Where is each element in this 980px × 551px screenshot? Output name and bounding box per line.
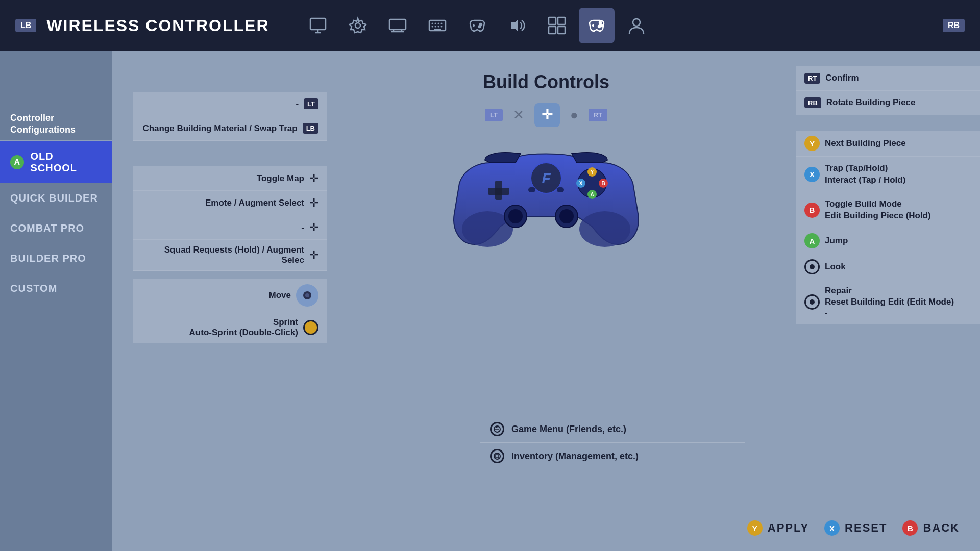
- control-row-lt-dash[interactable]: - LT: [133, 92, 327, 116]
- dpad-dash-label: -: [301, 222, 304, 233]
- a-icon-jump: A: [804, 233, 820, 248]
- nav-volume-icon[interactable]: [499, 8, 535, 43]
- svg-marker-22: [511, 19, 518, 32]
- sidebar-item-builder-pro[interactable]: BUILDER PRO: [0, 243, 112, 273]
- b-icon-back: B: [902, 520, 918, 536]
- sidebar-item-quick-builder[interactable]: QUICK BUILDER: [0, 183, 112, 213]
- right-row-rotate[interactable]: RB Rotate Building Piece: [796, 91, 980, 115]
- game-menu-row[interactable]: Game Menu (Friends, etc.): [480, 416, 745, 443]
- nav-keyboard-icon[interactable]: [420, 8, 455, 43]
- svg-text:A: A: [590, 192, 594, 197]
- left-stick-press-icon: [303, 320, 318, 335]
- main-content: ControllerConfigurations A OLD SCHOOL QU…: [0, 51, 980, 551]
- back-button[interactable]: B BACK: [902, 520, 960, 536]
- svg-rect-56: [557, 187, 564, 192]
- rs-press-icon-repair: [804, 294, 820, 310]
- dpad-right-icon: ✛: [309, 196, 318, 210]
- rotate-label: Rotate Building Piece: [826, 97, 916, 108]
- svg-point-21: [479, 26, 481, 28]
- jump-label: Jump: [825, 235, 848, 246]
- next-piece-label: Next Building Piece: [825, 138, 906, 149]
- rt-top-btn: RT: [589, 109, 607, 121]
- nav-network-icon[interactable]: [539, 8, 575, 43]
- right-row-jump[interactable]: A Jump: [796, 228, 980, 254]
- nav-monitor-icon[interactable]: [300, 8, 336, 43]
- nav-display-icon[interactable]: [380, 8, 415, 43]
- y-icon-apply: Y: [747, 520, 763, 536]
- reset-button[interactable]: X RESET: [824, 520, 887, 536]
- lb-action-label: Change Building Material / Swap Trap: [142, 123, 297, 134]
- nav-gamepad-outline-icon[interactable]: [459, 8, 495, 43]
- x-icon-trap: X: [804, 167, 820, 182]
- svg-point-43: [559, 209, 574, 223]
- right-row-confirm[interactable]: RT Confirm: [796, 66, 980, 91]
- sidebar-label-combat-pro: COMBAT PRO: [10, 222, 84, 234]
- inventory-icon: [490, 449, 504, 463]
- sprint-label: SprintAuto-Sprint (Double-Click): [189, 317, 298, 338]
- svg-point-61: [810, 264, 815, 269]
- control-row-move[interactable]: Move: [133, 279, 327, 312]
- game-menu-label: Game Menu (Friends, etc.): [511, 424, 626, 435]
- sidebar-title: ControllerConfigurations: [0, 112, 112, 141]
- squad-label: Squad Requests (Hold) / Augment Selec: [141, 245, 304, 265]
- sidebar-item-old-school[interactable]: A OLD SCHOOL: [0, 141, 112, 183]
- circle-top-btn: ●: [570, 107, 578, 123]
- control-row-toggle-map[interactable]: Toggle Map ✛: [133, 166, 327, 191]
- right-row-look[interactable]: Look: [796, 254, 980, 280]
- svg-rect-4: [389, 19, 406, 30]
- inventory-row[interactable]: Inventory (Management, etc.): [480, 443, 745, 469]
- nav-user-icon[interactable]: [619, 8, 654, 43]
- rb-icon-rotate: RB: [804, 97, 821, 108]
- apply-label: APPLY: [768, 521, 809, 535]
- control-row-emote[interactable]: Emote / Augment Select ✛: [133, 191, 327, 215]
- control-row-sprint[interactable]: SprintAuto-Sprint (Double-Click): [133, 312, 327, 343]
- left-stick-icon: [296, 284, 318, 307]
- build-controls-section: Build Controls LT ✕ ✛ ● RT: [419, 71, 674, 255]
- svg-point-41: [508, 209, 523, 223]
- sidebar-item-combat-pro[interactable]: COMBAT PRO: [0, 213, 112, 243]
- left-controls-panel: - LT Change Building Material / Swap Tra…: [133, 92, 327, 343]
- sidebar-item-custom[interactable]: CUSTOM: [0, 273, 112, 304]
- svg-rect-23: [549, 17, 556, 24]
- control-row-squad[interactable]: Squad Requests (Hold) / Augment Selec ✛: [133, 240, 327, 271]
- svg-point-31: [599, 21, 601, 23]
- top-bar: LB WIRELESS CONTROLLER: [0, 0, 980, 51]
- bottom-center-buttons: Game Menu (Friends, etc.) Inventory (Man…: [480, 416, 745, 469]
- nav-icons: [300, 8, 933, 43]
- sidebar-label-quick-builder: QUICK BUILDER: [10, 192, 98, 204]
- menu-icon: [490, 422, 504, 436]
- right-row-trap[interactable]: X Trap (Tap/Hold)Interact (Tap / Hold): [796, 157, 980, 192]
- right-row-repair[interactable]: RepairReset Building Edit (Edit Mode)-: [796, 280, 980, 324]
- svg-point-62: [810, 299, 815, 305]
- svg-point-35: [305, 293, 309, 297]
- svg-rect-39: [488, 188, 509, 195]
- svg-point-37: [579, 211, 630, 247]
- svg-text:F: F: [542, 170, 551, 186]
- page-title: WIRELESS CONTROLLER: [46, 16, 269, 35]
- nav-gear-icon[interactable]: [340, 8, 376, 43]
- repair-label: RepairReset Building Edit (Edit Mode)-: [825, 285, 954, 319]
- controller-image-container: Y X B A F: [449, 132, 643, 255]
- build-mode-label: Toggle Build ModeEdit Building Piece (Ho…: [825, 198, 931, 221]
- right-row-next-piece[interactable]: Y Next Building Piece: [796, 131, 980, 157]
- nav-controller-icon[interactable]: [579, 8, 615, 43]
- lb-badge[interactable]: LB: [15, 19, 36, 32]
- svg-text:B: B: [601, 181, 605, 186]
- bottom-actions: Y APPLY X RESET B BACK: [747, 520, 960, 536]
- control-row-lb[interactable]: Change Building Material / Swap Trap LB: [133, 116, 327, 141]
- dpad-down-icon: ✛: [309, 221, 318, 234]
- reset-label: RESET: [845, 521, 887, 535]
- emote-label: Emote / Augment Select: [205, 198, 304, 208]
- right-row-build-mode[interactable]: B Toggle Build ModeEdit Building Piece (…: [796, 192, 980, 228]
- apply-button[interactable]: Y APPLY: [747, 520, 809, 536]
- inventory-label: Inventory (Management, etc.): [511, 451, 639, 462]
- svg-point-32: [600, 24, 602, 27]
- move-label: Move: [269, 290, 291, 300]
- build-controls-title: Build Controls: [419, 71, 674, 93]
- crossed-swords-icon: ✕: [513, 107, 524, 123]
- control-row-dpad-dash[interactable]: - ✛: [133, 215, 327, 240]
- svg-rect-0: [310, 18, 326, 30]
- rb-badge[interactable]: RB: [943, 19, 965, 32]
- lt-top-btn: LT: [485, 109, 503, 121]
- svg-rect-25: [549, 27, 556, 34]
